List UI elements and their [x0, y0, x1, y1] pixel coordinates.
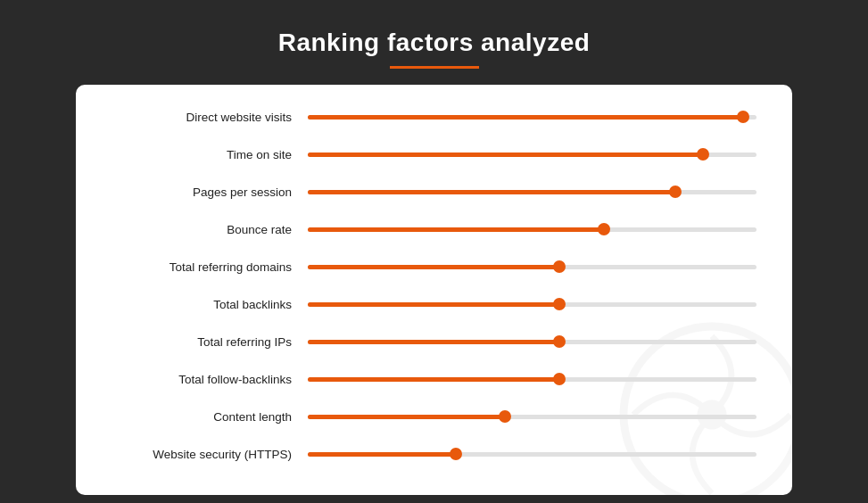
row-label: Pages per session — [112, 186, 308, 199]
bar-fill — [308, 377, 559, 382]
row-label: Total referring IPs — [112, 335, 308, 349]
bar-dot — [553, 298, 566, 310]
bar-track — [308, 115, 756, 120]
bar-dot — [450, 448, 462, 460]
bar-dot — [598, 223, 610, 235]
chart-row: Total referring IPs — [112, 327, 756, 356]
bar-fill — [308, 190, 675, 194]
chart-row: Website security (HTTPS) — [112, 440, 756, 468]
bar-track — [308, 452, 756, 457]
bar-dot — [553, 335, 566, 348]
bar-track — [308, 227, 756, 232]
bar-track — [308, 340, 756, 344]
bar-dot — [553, 260, 566, 273]
row-label: Total referring domains — [112, 260, 308, 274]
page-title: Ranking factors analyzed — [0, 0, 868, 57]
bar-track — [308, 415, 756, 419]
bar-dot — [553, 373, 566, 385]
bar-dot — [499, 410, 511, 423]
row-label: Website security (HTTPS) — [112, 448, 308, 461]
chart-row: Bounce rate — [112, 215, 756, 243]
bar-dot — [697, 148, 709, 161]
row-label: Total backlinks — [112, 298, 308, 311]
row-label: Bounce rate — [112, 223, 308, 236]
bar-fill — [308, 415, 505, 419]
bar-fill — [308, 115, 743, 120]
bar-fill — [308, 227, 604, 232]
bar-track — [308, 377, 756, 382]
row-label: Direct website visits — [112, 111, 308, 124]
bar-track — [308, 265, 756, 269]
bar-track — [308, 153, 756, 157]
title-underline — [390, 66, 479, 69]
chart-container: Direct website visitsTime on sitePages p… — [112, 103, 756, 468]
bar-fill — [308, 153, 703, 157]
chart-row: Pages per session — [112, 177, 756, 206]
bar-fill — [308, 302, 559, 307]
bar-track — [308, 302, 756, 307]
bar-fill — [308, 340, 559, 344]
chart-card: Direct website visitsTime on sitePages p… — [76, 85, 792, 495]
chart-row: Total backlinks — [112, 290, 756, 318]
bar-fill — [308, 452, 456, 457]
chart-row: Direct website visits — [112, 103, 756, 131]
bar-dot — [669, 186, 682, 198]
chart-row: Content length — [112, 402, 756, 431]
bar-fill — [308, 265, 559, 269]
bar-track — [308, 190, 756, 194]
chart-row: Time on site — [112, 140, 756, 169]
row-label: Time on site — [112, 148, 308, 161]
chart-row: Total referring domains — [112, 252, 756, 281]
row-label: Total follow-backlinks — [112, 373, 308, 386]
chart-row: Total follow-backlinks — [112, 365, 756, 393]
row-label: Content length — [112, 410, 308, 424]
bar-dot — [737, 111, 749, 123]
